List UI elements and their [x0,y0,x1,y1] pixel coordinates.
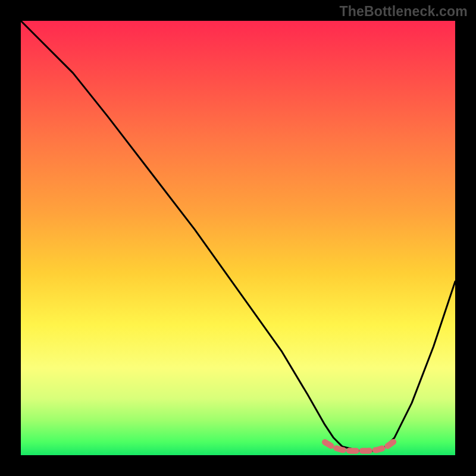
watermark-text: TheBottleneck.com [339,4,468,20]
marker-path [325,441,394,451]
bottleneck-curve [21,21,455,451]
optimal-range-marker [325,441,394,451]
chart-frame [21,21,455,455]
chart-svg [21,21,455,455]
curve-path [21,21,455,451]
